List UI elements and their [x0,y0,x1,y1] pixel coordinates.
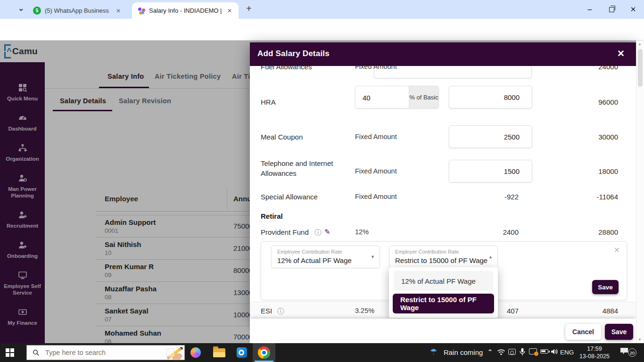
meet-now-icon[interactable] [508,349,516,355]
tray-chevron-up-icon[interactable]: ⌃ [487,348,493,355]
clock-time: 17:59 [573,345,616,353]
window-close-button[interactable]: ✕ [622,0,644,19]
notification-count-badge: 20 [628,348,636,357]
component-name-meal-coupon: Meal Coupon [261,133,303,141]
esi-rate-value: 3.25% [355,307,374,314]
browser-titlebar: ⌄ 5 (5) WhatsApp Business ✕ Salary Info … [0,0,644,19]
window-restore-button[interactable] [601,0,622,19]
pf-monthly-value: 2400 [503,228,519,236]
telephone-monthly-input[interactable] [449,160,532,182]
modal-body: Fuel Allowances Fixed Amount 24000 HRA %… [250,66,636,319]
save-button[interactable]: Save [605,324,633,340]
modal-close-icon[interactable]: ✕ [617,48,625,59]
browser-tab-whatsapp[interactable]: 5 (5) WhatsApp Business ✕ [27,2,127,19]
dropdown-option-selected[interactable]: Restrict to 15000 of PF Wage [393,294,494,313]
chevron-up-icon: ▲ [488,255,493,259]
close-icon[interactable]: ✕ [114,7,123,15]
esi-annual-value: 4884 [603,307,618,315]
tab-title: Salary Info - INDIADEMO | HRA [149,7,222,14]
select-label: Employer Contribution Rate [395,249,459,255]
info-icon[interactable]: ⓘ [277,307,284,316]
pf-annual-value: 28800 [598,228,618,236]
chevron-down-icon: ▼ [371,255,375,259]
chrome-icon [258,346,270,359]
new-tab-button[interactable]: + [246,3,252,14]
cancel-button[interactable]: Cancel [565,324,601,340]
employer-contribution-rate-select[interactable]: Employer Contribution Rate Restrict to 1… [389,246,498,268]
info-icon[interactable]: ⓘ [314,228,322,237]
component-type: Fixed Amount [355,193,397,200]
file-explorer-icon[interactable] [213,348,225,357]
tab-search-icon[interactable]: ⌄ [18,4,24,13]
close-icon[interactable]: ✕ [225,7,234,15]
browser-toolbar: ← → ↻ indiademo.hrapp.co/v3/core-hr/payr… [0,19,644,41]
modal-footer: Cancel Save [250,319,636,343]
language-indicator[interactable]: ENG [560,349,574,356]
speaker-icon[interactable] [551,348,558,355]
component-name-esi: ESI [261,307,272,315]
modal-header: Add Salary Details ✕ [250,42,636,66]
clock-date: 13-08-2025 [573,353,616,360]
chrome-taskbar-button[interactable] [253,343,275,362]
edit-icon[interactable]: ✎ [324,228,330,236]
pf-panel-save-button[interactable]: Save [592,280,619,294]
hra-monthly-input[interactable] [449,86,532,108]
notification-icon [620,348,628,354]
component-name: Fuel Allowances [261,66,312,71]
component-type: Fixed Amount [355,66,397,70]
section-heading-retiral: Retiral [261,212,283,220]
task-view-icon[interactable] [166,348,174,356]
select-value: 12% of Actual PF Wage [277,256,352,264]
search-icon [33,349,40,356]
taskbar-clock[interactable]: 17:59 13-08-2025 [573,345,616,360]
component-type: Fixed Amount [355,133,397,140]
component-name-special-allowance: Special Allowance [261,193,318,201]
meal-coupon-monthly-input[interactable] [449,125,532,148]
hrapp-favicon [138,7,145,15]
hra-rate-input[interactable] [355,86,409,108]
annual-value: 24000 [598,66,618,71]
component-name-hra: HRA [261,98,276,106]
weather-umbrella-icon[interactable]: ☂ [430,347,437,357]
tab-title: (5) WhatsApp Business [45,7,110,14]
employee-contribution-rate-select[interactable]: Employee Contribution Rate 12% of Actual… [271,246,380,268]
meal-coupon-annual-value: 30000 [598,133,618,141]
hra-rate-group: % of Basic [355,86,439,108]
hra-rate-unit: % of Basic [409,86,438,108]
whatsapp-favicon-badge: 5 [33,7,41,15]
wifi-icon[interactable] [497,349,505,355]
scroll-down-arrow[interactable]: ▼ [638,337,642,342]
scroll-up-arrow[interactable]: ▲ [638,42,642,46]
start-button[interactable] [6,348,14,357]
outlook-icon[interactable] [237,347,247,358]
weather-text[interactable]: Rain coming [444,348,483,356]
notification-center-button[interactable]: 20 [620,347,636,358]
copilot-icon[interactable] [190,347,201,358]
component-type: Fixed Amount [355,167,397,175]
window-minimize-button[interactable]: – [579,0,601,19]
battery-icon[interactable] [540,349,548,354]
select-value: Restrict to 15000 of PF Wage [395,256,487,264]
esi-monthly-value: 407 [507,307,519,315]
taskbar-search-box[interactable] [26,345,185,360]
screen: ⌄ 5 (5) WhatsApp Business ✕ Salary Info … [0,0,644,362]
windows-taskbar: ☂ Rain coming ⌃ ENG 17:59 13-08-2025 20 [0,343,644,362]
dropdown-option[interactable]: 12% of Actual PF Wage [394,271,493,291]
special-allowance-monthly-value: -922 [504,193,519,201]
telephone-annual-value: 18000 [598,167,618,175]
hra-annual-value: 96000 [598,98,618,106]
browser-tab-salary-info[interactable]: Salary Info - INDIADEMO | HRA ✕ [132,2,239,19]
scrollbar-thumb[interactable] [638,49,643,87]
microphone-icon[interactable] [520,348,525,356]
employer-rate-dropdown-menu: 12% of Actual PF Wage Restrict to 15000 … [389,267,498,318]
page-scrollbar[interactable]: ▲ ▼ [636,41,644,343]
component-name-provident-fund: Provident Fund [261,228,309,236]
screen-share-icon[interactable] [529,348,537,354]
panel-close-icon[interactable]: ✕ [614,246,620,255]
fuel-allowance-row: Fuel Allowances Fixed Amount 24000 [250,66,636,72]
restore-icon [609,7,614,12]
special-allowance-annual-value: -11064 [596,193,618,201]
modal-title: Add Salary Details [257,49,330,58]
search-input[interactable] [44,348,136,357]
add-salary-details-modal: Add Salary Details ✕ Fuel Allowances Fix… [250,42,636,319]
